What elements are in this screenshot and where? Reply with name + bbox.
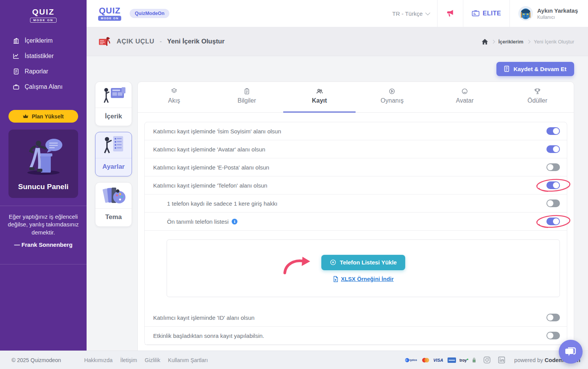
- download-xlsx-link[interactable]: XLSX Örneğini İndir: [333, 276, 394, 282]
- name-surname-field-toggle[interactable]: [546, 127, 560, 135]
- presenter-illustration: [18, 135, 68, 177]
- info-icon[interactable]: [232, 219, 237, 224]
- logo-badge: MODE ON: [98, 16, 121, 21]
- tab-label: Kayıt: [312, 97, 327, 104]
- plan-badge[interactable]: ELITE: [463, 0, 509, 27]
- megaphone-icon: [446, 10, 454, 17]
- layers-icon: [171, 88, 177, 95]
- quote-text: Eğer yaptığınız iş eğlenceli değilse, ya…: [6, 213, 80, 236]
- id-field-toggle[interactable]: [546, 314, 560, 321]
- registration-settings-panel: Katılımcı kayıt işleminde 'İsim Soyisim'…: [144, 122, 567, 345]
- footer-link-terms[interactable]: Kullanım Şartları: [168, 357, 208, 363]
- plan-label: ELITE: [483, 10, 501, 17]
- presenter-panel-card[interactable]: Sunucu Paneli: [8, 130, 78, 198]
- id-card-icon: [472, 10, 479, 17]
- language-label: TR - Türkçe: [392, 10, 423, 17]
- breadcrumb-bar: AÇIK UÇLU - Yeni İçerik Oluştur İçerikle…: [87, 27, 588, 56]
- chat-widget-button[interactable]: [559, 340, 583, 364]
- sidebar-item-statistics[interactable]: İstatistikler: [0, 48, 87, 64]
- chart-icon: [13, 53, 20, 60]
- quote-block: Eğer yaptığınız iş eğlenceli değilse, ya…: [0, 206, 87, 256]
- announcements-button[interactable]: [437, 0, 463, 27]
- setting-row: Katılımcı kayıt işleminde 'Telefon' alan…: [145, 176, 567, 194]
- sidebar-item-contents[interactable]: İçeriklerim: [0, 33, 87, 48]
- play-circle-icon: [389, 88, 395, 95]
- setting-row: Ön tanımlı telefon listesi: [145, 213, 567, 231]
- face-icon: [461, 88, 468, 95]
- phone-field-toggle[interactable]: [546, 181, 560, 189]
- setting-label: Katılımcı kayıt işleminde 'E-Posta' alan…: [153, 164, 269, 171]
- top-header: QUIZ MODE ON QuizModeOn TR - Türkçe ELIT…: [87, 0, 588, 27]
- footer-link-privacy[interactable]: Gizlilik: [145, 357, 160, 363]
- sidebar-item-label: İçeriklerim: [25, 37, 53, 44]
- late-registration-toggle[interactable]: [546, 332, 560, 339]
- setting-label: Ön tanımlı telefon listesi: [167, 218, 229, 225]
- upgrade-plan-button[interactable]: Plan Yükselt: [8, 110, 78, 123]
- predefined-phone-list-toggle[interactable]: [546, 218, 560, 225]
- xlsx-file-icon: [333, 276, 338, 282]
- tab-gameplay[interactable]: Oynanış: [356, 82, 428, 113]
- trophy-icon: [534, 88, 541, 95]
- mastercard-logo: [421, 357, 430, 363]
- sidebar-divider: [0, 264, 87, 264]
- footer-link-about[interactable]: Hakkımızda: [84, 357, 113, 363]
- report-icon: [13, 68, 20, 75]
- email-field-toggle[interactable]: [546, 163, 560, 171]
- upload-phone-list-label: Telefon Listesi Yükle: [340, 259, 397, 266]
- tab-info[interactable]: Bilgiler: [210, 82, 283, 113]
- download-xlsx-label: XLSX Örneğini İndir: [341, 276, 394, 282]
- tab-registration[interactable]: Kayıt: [283, 82, 356, 113]
- footer: © 2025 Quizmodeon Hakkımızda İletişim Gi…: [0, 351, 588, 369]
- settings-tabs: Akış Bilgiler Kayıt: [138, 82, 574, 113]
- header-logo[interactable]: QUIZ MODE ON: [98, 7, 121, 21]
- sidebar-item-reports[interactable]: Raporlar: [0, 64, 87, 79]
- tab-rewards[interactable]: Ödüller: [501, 82, 574, 113]
- user-menu[interactable]: Aykın Yarkataş Kullanıcı: [509, 0, 588, 27]
- tab-label: Ödüller: [528, 97, 548, 104]
- footer-link-contact[interactable]: İletişim: [120, 357, 137, 363]
- tab-label: Avatar: [456, 97, 474, 104]
- setting-label: 1 telefon kaydı ile sadece 1 kere giriş …: [167, 200, 277, 207]
- app-window: QUIZ MODE ON İçeriklerim İstatistikler R…: [0, 0, 588, 369]
- sidebar-logo: QUIZ MODE ON: [0, 0, 87, 30]
- sidebar-item-workspace[interactable]: Çalışma Alanı: [0, 79, 87, 95]
- setting-label: Katılımcı kayıt işleminde 'Telefon' alan…: [153, 182, 267, 189]
- avatar-field-toggle[interactable]: [546, 145, 560, 153]
- settings-card: Akış Bilgiler Kayıt: [137, 81, 574, 351]
- library-icon: [13, 37, 20, 44]
- secure-badge-icon: [472, 357, 476, 363]
- home-icon[interactable]: [482, 39, 488, 45]
- single-entry-toggle[interactable]: [546, 199, 560, 207]
- tab-label: Oynanış: [381, 97, 404, 104]
- quote-author: — Frank Sonnenberg: [6, 241, 80, 249]
- step-label: Ayarlar: [95, 158, 132, 176]
- settings-illustration: [100, 135, 127, 156]
- svg-text:VISA: VISA: [433, 358, 443, 362]
- setting-row: Katılımcı kayıt işleminde 'Avatar' alanı…: [145, 140, 567, 158]
- logo-text: QUIZ: [32, 7, 54, 17]
- user-name: Aykın Yarkataş: [537, 7, 578, 14]
- tab-flow[interactable]: Akış: [138, 82, 210, 113]
- content-type-label: AÇIK UÇLU: [117, 38, 154, 45]
- upgrade-plan-label: Plan Yükselt: [32, 113, 63, 120]
- theme-illustration: [100, 186, 127, 206]
- linkedin-icon[interactable]: [498, 356, 505, 364]
- chat-bubble-icon: [565, 346, 576, 357]
- visa-logo: VISA: [433, 357, 444, 363]
- save-continue-button[interactable]: Kaydet & Devam Et: [496, 62, 574, 76]
- step-card-theme[interactable]: Tema: [95, 182, 132, 227]
- phone-list-upload-box: Telefon Listesi Yükle XLSX Örneğini İndi…: [167, 239, 560, 297]
- brand-pill: QuizModeOn: [130, 9, 169, 18]
- logo-text: QUIZ: [99, 7, 121, 15]
- instagram-icon[interactable]: [483, 356, 491, 364]
- tab-label: Akış: [168, 97, 180, 104]
- step-label: İçerik: [95, 108, 132, 126]
- tab-avatar[interactable]: Avatar: [428, 82, 501, 113]
- setting-row: Katılımcı kayıt işleminde 'ID' alanı ols…: [145, 309, 567, 327]
- step-card-content[interactable]: İçerik: [95, 81, 132, 126]
- breadcrumb-contents[interactable]: İçeriklerim: [498, 39, 523, 45]
- step-card-settings[interactable]: Ayarlar: [95, 132, 132, 176]
- language-selector[interactable]: TR - Türkçe: [384, 0, 437, 27]
- upload-phone-list-button[interactable]: Telefon Listesi Yükle: [321, 255, 405, 270]
- step-label: Tema: [95, 209, 132, 226]
